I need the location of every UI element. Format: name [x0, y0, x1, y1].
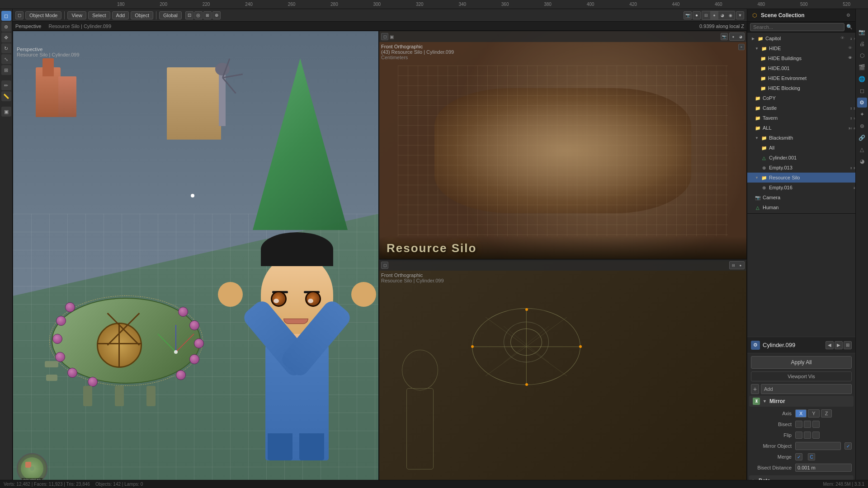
proportional-edit-icon[interactable]: ◎ [194, 11, 203, 19]
tree-item-camera[interactable]: 📷 Camera [747, 192, 855, 202]
merge-checkbox-2[interactable]: C [808, 453, 815, 460]
vp-tr-solid[interactable]: ● [730, 33, 737, 40]
flip-x-checkbox[interactable] [795, 432, 802, 439]
wireframe-shading-btn[interactable]: ⊟ [702, 11, 710, 19]
vis-icons-hide: 👁 [848, 46, 854, 51]
add-modifier-label[interactable]: Add [761, 384, 852, 394]
annotate-tool-icon[interactable]: ✏ [1, 80, 11, 90]
bg-castle-tower [42, 58, 54, 76]
object-props-icon[interactable]: ◻ [857, 86, 867, 96]
bisect-distance-value[interactable]: 0.001 m [795, 464, 852, 472]
transform-space-dropdown[interactable]: Global [159, 11, 182, 19]
resource-silo-object[interactable] [42, 280, 232, 406]
select-menu[interactable]: Select [88, 11, 110, 19]
wf-spokes-svg [467, 299, 585, 403]
vp-tr-close[interactable]: × [738, 44, 745, 50]
cursor-tool-icon[interactable]: ⊕ [1, 22, 11, 32]
merge-checkbox[interactable]: ✓ [795, 453, 802, 460]
viewport-vis-button[interactable]: Viewport Vis [751, 371, 852, 381]
render-preview-icon[interactable]: ● [693, 11, 701, 19]
tree-item-hide-environment[interactable]: 📁 HIDE Environmet [747, 73, 855, 83]
measure-tool-icon[interactable]: 📏 [1, 91, 11, 101]
snap-icon[interactable]: ⊡ [185, 11, 193, 19]
mirror-section-header[interactable]: ⧗ ▼ Mirror [749, 396, 854, 407]
material-props-icon[interactable]: ◕ [857, 156, 867, 166]
viewport-options-icon[interactable]: ▼ [736, 11, 744, 19]
axis-z-button[interactable]: Z [821, 409, 832, 418]
particle-props-icon[interactable]: ✦ [857, 109, 867, 119]
overlay-icon[interactable]: ⊕ [212, 11, 221, 19]
render-shading-btn[interactable]: ◉ [726, 11, 735, 19]
move-tool-icon[interactable]: ✥ [1, 33, 11, 42]
silo-pipe-l2 [46, 375, 57, 381]
add-modifier-icon[interactable]: + [751, 384, 759, 394]
render-props-icon[interactable]: 📷 [857, 27, 867, 37]
physics-props-icon[interactable]: ⊛ [857, 121, 867, 131]
tree-item-resource-silo[interactable]: ▼ 📁 Resource Silo [747, 173, 855, 183]
show-gizmo-icon[interactable]: ⊞ [203, 11, 212, 19]
scene-props-icon[interactable]: 🎬 [857, 62, 867, 72]
data-props-icon[interactable]: △ [857, 145, 867, 155]
flip-y-checkbox[interactable] [804, 432, 811, 439]
tree-item-hide[interactable]: ▼ 📁 HIDE 👁 [747, 43, 855, 53]
bisect-y-checkbox[interactable] [804, 421, 811, 428]
axis-x-button[interactable]: X [795, 409, 807, 418]
vp-tr-material[interactable]: ◕ [737, 33, 744, 40]
tree-item-blacksmith[interactable]: ▼ 📁 Blacksmith [747, 133, 855, 143]
camera-view-icon[interactable]: 📷 [684, 11, 692, 19]
object-menu[interactable]: Object [131, 11, 153, 19]
mirror-object-value[interactable] [795, 442, 841, 450]
vp-br-solid[interactable]: ● [737, 262, 744, 269]
object-mode-dropdown[interactable]: Object Mode [25, 11, 61, 19]
tree-item-capitol[interactable]: ▶ 📁 Capitol 👁 ₂ ₇ [747, 33, 855, 43]
prop-nav-right[interactable]: ▶ [835, 341, 843, 349]
prop-add-modifier[interactable]: ⊞ [844, 341, 852, 349]
vp-tr-icon[interactable]: ◻ [381, 33, 388, 40]
main-layout: ◻ ⊕ ✥ ↻ ⤡ ⊞ ✏ 📏 ▣ ◻ Object Mode View Sel… [0, 9, 868, 488]
rotate-tool-icon[interactable]: ↻ [1, 43, 11, 53]
bisect-x-checkbox[interactable] [795, 421, 802, 428]
view-layer-icon[interactable]: ⬡ [857, 51, 867, 61]
vp-br-wireframe[interactable]: ⊟ [730, 262, 737, 269]
tree-item-copy[interactable]: 📁 CoPY [747, 93, 855, 103]
apply-all-button[interactable]: Apply All [751, 356, 852, 369]
axis-y-button[interactable]: Y [808, 409, 819, 418]
solid-shading-btn[interactable]: ● [710, 11, 718, 19]
tree-item-human[interactable]: △ Human [747, 202, 855, 212]
transform-tool-icon[interactable]: ⊞ [1, 65, 11, 75]
icon-camera: 📷 [755, 194, 761, 201]
add-menu[interactable]: Add [112, 11, 129, 19]
bottom-right-viewport[interactable]: ◻ ⊟ ● [379, 259, 747, 488]
tree-item-tavern[interactable]: 📁 Tavern ₂ ₅ [747, 113, 855, 123]
tree-item-all-sub[interactable]: 📁 All [747, 143, 855, 153]
tree-item-hide-001[interactable]: 📁 HIDE.001 [747, 63, 855, 73]
ruler-tick: 380 [526, 2, 569, 7]
tree-item-empty-013[interactable]: ⊕ Empty.013 ₂ ₂ [747, 163, 855, 173]
scene-collection-options[interactable]: ⚙ [844, 12, 852, 19]
select-tool-icon[interactable]: ◻ [1, 11, 11, 21]
tree-item-castle[interactable]: 📁 Castle ₂ ₂ [747, 103, 855, 113]
main-viewport[interactable]: POLYROAD Perspective Resource Silo | Cyl… [13, 31, 379, 488]
prop-nav-left[interactable]: ◀ [826, 341, 834, 349]
tree-item-hide-buildings[interactable]: 📁 HIDE Buildings 👁 [747, 53, 855, 63]
modifier-props-icon[interactable]: ⚙ [857, 98, 867, 108]
tree-item-cylinder-001[interactable]: △ Cylinder.001 [747, 153, 855, 163]
mirror-object-checkbox[interactable]: ✓ [844, 442, 852, 450]
constraints-icon[interactable]: 🔗 [857, 133, 867, 143]
tree-item-all[interactable]: 📁 ALL ₃₀ ₈ [747, 123, 855, 133]
flip-z-checkbox[interactable] [812, 432, 820, 439]
viewport-icon[interactable]: ◻ [15, 11, 24, 19]
search-input[interactable] [750, 23, 844, 31]
top-right-viewport[interactable]: ◻ ▣ 📷 ● ◕ [379, 31, 747, 259]
world-props-icon[interactable]: 🌐 [857, 74, 867, 84]
tree-item-empty-016[interactable]: ⊕ Empty.016 ₂ [747, 183, 855, 192]
bisect-z-checkbox[interactable] [812, 421, 820, 428]
vp-br-icon[interactable]: ◻ [381, 262, 388, 269]
vp-tr-camera[interactable]: 📷 [721, 33, 728, 40]
output-props-icon[interactable]: 🖨 [857, 39, 867, 49]
tree-item-hide-blocking[interactable]: 📁 HIDE Blocking [747, 83, 855, 93]
scale-tool-icon[interactable]: ⤡ [1, 54, 11, 64]
view-menu[interactable]: View [67, 11, 86, 19]
add-cube-tool-icon[interactable]: ▣ [1, 107, 11, 117]
material-shading-btn[interactable]: ◕ [718, 11, 726, 19]
